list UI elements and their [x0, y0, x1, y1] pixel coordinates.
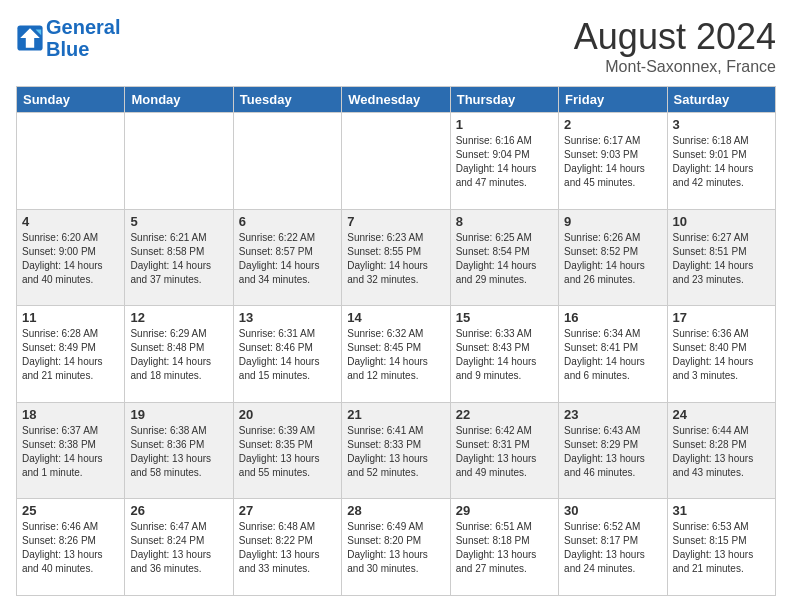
day-info-6: Sunrise: 6:22 AM Sunset: 8:57 PM Dayligh…: [239, 231, 336, 287]
day-info-24: Sunrise: 6:44 AM Sunset: 8:28 PM Dayligh…: [673, 424, 770, 480]
day-number-21: 21: [347, 407, 444, 422]
day-info-19: Sunrise: 6:38 AM Sunset: 8:36 PM Dayligh…: [130, 424, 227, 480]
cell-w0-d2: [233, 113, 341, 210]
location: Mont-Saxonnex, France: [574, 58, 776, 76]
cell-w4-d5: 30Sunrise: 6:52 AM Sunset: 8:17 PM Dayli…: [559, 499, 667, 596]
header-monday: Monday: [125, 87, 233, 113]
day-info-21: Sunrise: 6:41 AM Sunset: 8:33 PM Dayligh…: [347, 424, 444, 480]
day-number-20: 20: [239, 407, 336, 422]
cell-w0-d1: [125, 113, 233, 210]
day-info-2: Sunrise: 6:17 AM Sunset: 9:03 PM Dayligh…: [564, 134, 661, 190]
day-number-17: 17: [673, 310, 770, 325]
day-number-3: 3: [673, 117, 770, 132]
cell-w2-d1: 12Sunrise: 6:29 AM Sunset: 8:48 PM Dayli…: [125, 306, 233, 403]
day-info-22: Sunrise: 6:42 AM Sunset: 8:31 PM Dayligh…: [456, 424, 553, 480]
cell-w3-d4: 22Sunrise: 6:42 AM Sunset: 8:31 PM Dayli…: [450, 402, 558, 499]
cell-w4-d3: 28Sunrise: 6:49 AM Sunset: 8:20 PM Dayli…: [342, 499, 450, 596]
cell-w1-d1: 5Sunrise: 6:21 AM Sunset: 8:58 PM Daylig…: [125, 209, 233, 306]
day-number-25: 25: [22, 503, 119, 518]
day-info-23: Sunrise: 6:43 AM Sunset: 8:29 PM Dayligh…: [564, 424, 661, 480]
day-number-22: 22: [456, 407, 553, 422]
cell-w1-d2: 6Sunrise: 6:22 AM Sunset: 8:57 PM Daylig…: [233, 209, 341, 306]
day-info-4: Sunrise: 6:20 AM Sunset: 9:00 PM Dayligh…: [22, 231, 119, 287]
day-info-26: Sunrise: 6:47 AM Sunset: 8:24 PM Dayligh…: [130, 520, 227, 576]
day-info-20: Sunrise: 6:39 AM Sunset: 8:35 PM Dayligh…: [239, 424, 336, 480]
header-tuesday: Tuesday: [233, 87, 341, 113]
logo: General Blue: [16, 16, 120, 60]
title-block: August 2024 Mont-Saxonnex, France: [574, 16, 776, 76]
cell-w2-d3: 14Sunrise: 6:32 AM Sunset: 8:45 PM Dayli…: [342, 306, 450, 403]
cell-w2-d5: 16Sunrise: 6:34 AM Sunset: 8:41 PM Dayli…: [559, 306, 667, 403]
cell-w2-d6: 17Sunrise: 6:36 AM Sunset: 8:40 PM Dayli…: [667, 306, 775, 403]
day-number-31: 31: [673, 503, 770, 518]
cell-w3-d2: 20Sunrise: 6:39 AM Sunset: 8:35 PM Dayli…: [233, 402, 341, 499]
day-number-5: 5: [130, 214, 227, 229]
day-info-3: Sunrise: 6:18 AM Sunset: 9:01 PM Dayligh…: [673, 134, 770, 190]
cell-w3-d6: 24Sunrise: 6:44 AM Sunset: 8:28 PM Dayli…: [667, 402, 775, 499]
logo-general: General: [46, 16, 120, 38]
day-info-29: Sunrise: 6:51 AM Sunset: 8:18 PM Dayligh…: [456, 520, 553, 576]
cell-w2-d0: 11Sunrise: 6:28 AM Sunset: 8:49 PM Dayli…: [17, 306, 125, 403]
cell-w2-d4: 15Sunrise: 6:33 AM Sunset: 8:43 PM Dayli…: [450, 306, 558, 403]
day-info-12: Sunrise: 6:29 AM Sunset: 8:48 PM Dayligh…: [130, 327, 227, 383]
day-number-24: 24: [673, 407, 770, 422]
header-sunday: Sunday: [17, 87, 125, 113]
day-number-11: 11: [22, 310, 119, 325]
day-info-1: Sunrise: 6:16 AM Sunset: 9:04 PM Dayligh…: [456, 134, 553, 190]
logo-blue: Blue: [46, 38, 120, 60]
cell-w3-d3: 21Sunrise: 6:41 AM Sunset: 8:33 PM Dayli…: [342, 402, 450, 499]
week-row-2: 11Sunrise: 6:28 AM Sunset: 8:49 PM Dayli…: [17, 306, 776, 403]
cell-w0-d0: [17, 113, 125, 210]
day-info-18: Sunrise: 6:37 AM Sunset: 8:38 PM Dayligh…: [22, 424, 119, 480]
day-info-25: Sunrise: 6:46 AM Sunset: 8:26 PM Dayligh…: [22, 520, 119, 576]
day-number-4: 4: [22, 214, 119, 229]
day-number-7: 7: [347, 214, 444, 229]
cell-w4-d1: 26Sunrise: 6:47 AM Sunset: 8:24 PM Dayli…: [125, 499, 233, 596]
day-number-28: 28: [347, 503, 444, 518]
header: General Blue August 2024 Mont-Saxonnex, …: [16, 16, 776, 76]
cell-w1-d4: 8Sunrise: 6:25 AM Sunset: 8:54 PM Daylig…: [450, 209, 558, 306]
calendar-table: Sunday Monday Tuesday Wednesday Thursday…: [16, 86, 776, 596]
cell-w1-d0: 4Sunrise: 6:20 AM Sunset: 9:00 PM Daylig…: [17, 209, 125, 306]
cell-w3-d1: 19Sunrise: 6:38 AM Sunset: 8:36 PM Dayli…: [125, 402, 233, 499]
cell-w1-d6: 10Sunrise: 6:27 AM Sunset: 8:51 PM Dayli…: [667, 209, 775, 306]
day-info-17: Sunrise: 6:36 AM Sunset: 8:40 PM Dayligh…: [673, 327, 770, 383]
day-number-23: 23: [564, 407, 661, 422]
day-number-12: 12: [130, 310, 227, 325]
day-number-27: 27: [239, 503, 336, 518]
cell-w1-d5: 9Sunrise: 6:26 AM Sunset: 8:52 PM Daylig…: [559, 209, 667, 306]
day-number-26: 26: [130, 503, 227, 518]
day-number-29: 29: [456, 503, 553, 518]
cell-w4-d0: 25Sunrise: 6:46 AM Sunset: 8:26 PM Dayli…: [17, 499, 125, 596]
page: General Blue August 2024 Mont-Saxonnex, …: [0, 0, 792, 612]
cell-w0-d3: [342, 113, 450, 210]
logo-text: General Blue: [46, 16, 120, 60]
header-saturday: Saturday: [667, 87, 775, 113]
header-thursday: Thursday: [450, 87, 558, 113]
day-info-15: Sunrise: 6:33 AM Sunset: 8:43 PM Dayligh…: [456, 327, 553, 383]
day-info-30: Sunrise: 6:52 AM Sunset: 8:17 PM Dayligh…: [564, 520, 661, 576]
week-row-3: 18Sunrise: 6:37 AM Sunset: 8:38 PM Dayli…: [17, 402, 776, 499]
day-number-2: 2: [564, 117, 661, 132]
week-row-1: 4Sunrise: 6:20 AM Sunset: 9:00 PM Daylig…: [17, 209, 776, 306]
day-info-27: Sunrise: 6:48 AM Sunset: 8:22 PM Dayligh…: [239, 520, 336, 576]
day-number-15: 15: [456, 310, 553, 325]
day-number-1: 1: [456, 117, 553, 132]
day-number-6: 6: [239, 214, 336, 229]
cell-w1-d3: 7Sunrise: 6:23 AM Sunset: 8:55 PM Daylig…: [342, 209, 450, 306]
week-row-0: 1Sunrise: 6:16 AM Sunset: 9:04 PM Daylig…: [17, 113, 776, 210]
cell-w0-d5: 2Sunrise: 6:17 AM Sunset: 9:03 PM Daylig…: [559, 113, 667, 210]
day-number-13: 13: [239, 310, 336, 325]
header-friday: Friday: [559, 87, 667, 113]
day-info-9: Sunrise: 6:26 AM Sunset: 8:52 PM Dayligh…: [564, 231, 661, 287]
day-info-10: Sunrise: 6:27 AM Sunset: 8:51 PM Dayligh…: [673, 231, 770, 287]
day-info-14: Sunrise: 6:32 AM Sunset: 8:45 PM Dayligh…: [347, 327, 444, 383]
day-info-5: Sunrise: 6:21 AM Sunset: 8:58 PM Dayligh…: [130, 231, 227, 287]
day-number-8: 8: [456, 214, 553, 229]
week-row-4: 25Sunrise: 6:46 AM Sunset: 8:26 PM Dayli…: [17, 499, 776, 596]
day-info-8: Sunrise: 6:25 AM Sunset: 8:54 PM Dayligh…: [456, 231, 553, 287]
day-number-19: 19: [130, 407, 227, 422]
day-info-7: Sunrise: 6:23 AM Sunset: 8:55 PM Dayligh…: [347, 231, 444, 287]
logo-icon: [16, 24, 44, 52]
cell-w4-d2: 27Sunrise: 6:48 AM Sunset: 8:22 PM Dayli…: [233, 499, 341, 596]
